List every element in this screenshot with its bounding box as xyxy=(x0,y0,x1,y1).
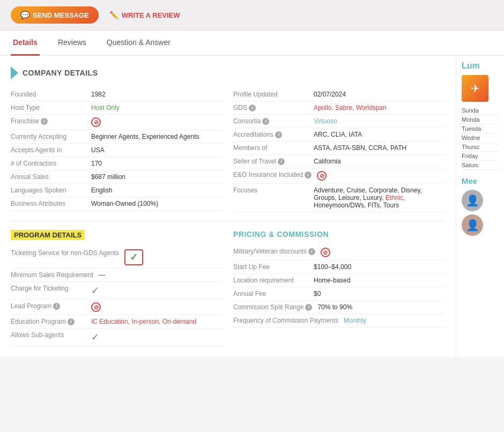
detail-row-accepts-in: Accepts Agents in USA xyxy=(11,144,223,157)
section-divider xyxy=(11,221,445,221)
detail-row-military: Military/Veteran discounts i ⊘ xyxy=(233,245,445,260)
value-accreditations: ARC, CLIA, IATA xyxy=(314,131,445,138)
avatar-1-icon: 👤 xyxy=(466,194,479,207)
meet-title: Mee xyxy=(462,176,499,185)
info-icon-gds[interactable]: i xyxy=(249,105,256,111)
label-accepting: Currently Accepting xyxy=(11,133,86,140)
value-location: Home-based xyxy=(314,277,445,284)
schedule-thursday: Thursc xyxy=(462,143,499,152)
sidebar-logo-icon: ✈ xyxy=(471,82,480,95)
value-annual-sales: $687 million xyxy=(91,173,223,181)
write-review-button[interactable]: ✏️ WRITE A REVIEW xyxy=(109,11,180,19)
schedule-tuesday: Tuesda xyxy=(462,124,499,133)
value-lead-program: ⊘ xyxy=(91,302,223,312)
avatar-1: 👤 xyxy=(462,190,483,211)
info-icon-lead[interactable]: i xyxy=(53,303,60,310)
tab-bar: Details Reviews Question & Answer xyxy=(0,31,504,56)
no-icon-lead: ⊘ xyxy=(91,302,101,312)
label-focuses: Focuses xyxy=(233,187,308,194)
label-members-of: Members of xyxy=(233,144,308,152)
no-icon-franchise: ⊘ xyxy=(91,117,101,127)
detail-row-profile-updated: Profile Updated 02/07/2024 xyxy=(233,88,445,101)
label-gds: GDS i xyxy=(233,104,308,111)
value-members-of: ASTA, ASTA-SBN, CCRA, PATH xyxy=(314,144,445,152)
detail-row-startup-fee: Start Up Fee $100–$4,000 xyxy=(233,260,445,274)
sidebar-brand-title: Lum xyxy=(462,61,499,71)
label-franchise: Franchise i xyxy=(11,117,86,125)
info-icon-consortia[interactable]: i xyxy=(262,118,269,125)
detail-row-annual-fee: Annual Fee $0 xyxy=(233,287,445,301)
info-icon-eo[interactable]: i xyxy=(305,172,312,178)
value-eo-insurance: ⊘ xyxy=(317,171,445,181)
schedule-sunday: Sunda xyxy=(462,106,499,115)
detail-row-founded: Founded 1982 xyxy=(11,88,223,101)
tab-reviews[interactable]: Reviews xyxy=(56,31,88,56)
info-icon-commission[interactable]: i xyxy=(305,304,312,311)
label-commission-range: Commission Split Range i xyxy=(233,303,312,311)
info-icon-accreditations[interactable]: i xyxy=(275,131,282,138)
program-details-section: PROGRAM DETAILS Ticketing Service for no… xyxy=(11,230,223,346)
program-details-header: PROGRAM DETAILS xyxy=(11,230,223,240)
value-languages: English xyxy=(91,187,223,194)
edit-icon: ✏️ xyxy=(109,11,118,19)
label-ticketing: Ticketing Service for non-GDS Agents xyxy=(11,249,119,257)
schedule-monday: Monda xyxy=(462,115,499,124)
detail-row-focuses: Focuses Adventure, Cruise, Corporate, Di… xyxy=(233,184,445,212)
label-eo-insurance: E&O Insurance Included i xyxy=(233,171,312,178)
right-sidebar: Lum ✈ Sunda Monda Tuesda Wedne Thursc Fr… xyxy=(456,56,504,357)
info-icon-education[interactable]: i xyxy=(68,318,75,325)
schedule-friday: Friday xyxy=(462,152,499,161)
pricing-header: PRICING & COMMISSION xyxy=(233,230,445,239)
detail-row-commission-range: Commission Split Range i 70% to 90% xyxy=(233,301,445,314)
detail-row-accreditations: Accreditations i ARC, CLIA, IATA xyxy=(233,128,445,141)
label-min-sales: Minimum Sales Requirement xyxy=(11,271,93,279)
big-check-ticketing: ✓ xyxy=(124,249,143,265)
value-charge-ticketing: ✓ xyxy=(91,285,223,296)
bottom-sections: PROGRAM DETAILS Ticketing Service for no… xyxy=(11,230,445,346)
detail-row-business-attr: Business Attributes Woman-Owned (100%) xyxy=(11,197,223,211)
info-icon-military[interactable]: i xyxy=(308,248,315,255)
avatar-2-icon: 👤 xyxy=(466,219,479,232)
value-accepts-in: USA xyxy=(91,146,223,154)
detail-row-lead-program: Lead Program i ⊘ xyxy=(11,300,223,315)
label-frequency: Frequency of Commission Payments xyxy=(233,317,338,324)
detail-row-eo-insurance: E&O Insurance Included i ⊘ xyxy=(233,168,445,184)
label-hosttype: Host Type xyxy=(11,104,86,111)
detail-row-min-sales: Minimum Sales Requirement — xyxy=(11,269,223,282)
detail-row-frequency: Frequency of Commission Payments Monthly xyxy=(233,314,445,327)
value-seller-of-travel: California xyxy=(314,158,445,165)
value-sub-agents: ✓ xyxy=(91,331,223,343)
info-icon-seller[interactable]: i xyxy=(278,158,285,165)
value-founded: 1982 xyxy=(91,91,223,98)
detail-row-location: Location requirement Home-based xyxy=(233,274,445,287)
value-education[interactable]: IC Education, In-person, On-demand xyxy=(91,318,223,325)
label-consortia: Consortia i xyxy=(233,117,308,125)
value-accepting: Beginner Agents, Experienced Agents xyxy=(91,133,223,140)
value-gds[interactable]: Apollo, Sabre, Worldspan xyxy=(314,104,445,111)
value-military: ⊘ xyxy=(321,248,445,257)
message-icon: 💬 xyxy=(20,11,29,19)
value-commission-range: 70% to 90% xyxy=(317,303,445,311)
company-right-column: Profile Updated 02/07/2024 GDS i Apollo,… xyxy=(233,88,445,212)
detail-row-consortia: Consortia i Virtuoso xyxy=(233,115,445,128)
info-icon-franchise[interactable]: i xyxy=(41,118,48,125)
label-charge-ticketing: Charge for Ticketing xyxy=(11,285,86,292)
value-contractors: 170 xyxy=(91,160,223,167)
label-seller-of-travel: Seller of Travel i xyxy=(233,158,308,165)
send-message-button[interactable]: 💬 SEND MESSAGE xyxy=(11,6,99,24)
tab-details[interactable]: Details xyxy=(11,31,40,56)
label-annual-sales: Annual Sales xyxy=(11,173,86,181)
value-consortia[interactable]: Virtuoso xyxy=(314,117,445,125)
detail-row-members-of: Members of ASTA, ASTA-SBN, CCRA, PATH xyxy=(233,141,445,155)
value-min-sales: — xyxy=(99,271,223,279)
no-icon-military: ⊘ xyxy=(321,248,330,257)
program-details-title: PROGRAM DETAILS xyxy=(11,230,85,240)
label-business-attr: Business Attributes xyxy=(11,200,86,207)
label-lead-program: Lead Program i xyxy=(11,302,86,310)
detail-row-franchise: Franchise i ⊘ xyxy=(11,115,223,130)
label-accreditations: Accreditations i xyxy=(233,131,308,138)
value-franchise: ⊘ xyxy=(91,117,223,127)
triangle-icon xyxy=(11,66,18,79)
label-accepts-in: Accepts Agents in xyxy=(11,146,86,154)
tab-qa[interactable]: Question & Answer xyxy=(105,31,173,56)
